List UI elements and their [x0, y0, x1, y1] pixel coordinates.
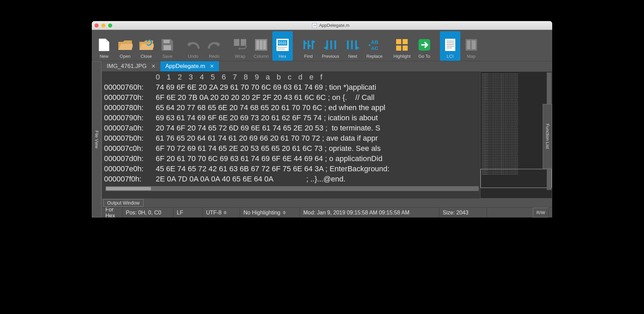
find-icon [301, 37, 316, 52]
hex-row[interactable]: 000007d0h:6F 20 61 70 70 6C 69 63 61 74 … [104, 154, 480, 164]
toolbar-label: Column [254, 54, 269, 59]
toolbar-close-button[interactable]: Close [136, 31, 156, 61]
svg-point-14 [309, 45, 311, 47]
toolbar-label: Close [140, 54, 152, 59]
toolbar-label: Open [120, 54, 131, 59]
toolbar-next-button[interactable]: Next [342, 31, 363, 61]
status-bar: For Hex Pos: 0H, 0, C0 LF UTF-8 No Highl… [102, 207, 552, 217]
status-position[interactable]: Pos: 0H, 0, C0 [122, 208, 173, 217]
svg-rect-7 [263, 40, 266, 49]
window-controls [95, 23, 112, 28]
lci-icon [443, 37, 458, 52]
svg-rect-1 [164, 45, 171, 50]
svg-text:0101: 0101 [278, 41, 287, 45]
close-tab-icon[interactable]: ✕ [151, 63, 156, 69]
svg-rect-28 [446, 48, 452, 48]
output-window-button[interactable]: Output Window [103, 199, 143, 207]
hex-row[interactable]: 000007a0h:20 74 6F 20 74 65 72 6D 69 6E … [104, 123, 480, 133]
toolbar-open-button[interactable]: Open [115, 31, 135, 61]
column-icon [254, 37, 269, 52]
svg-rect-26 [446, 44, 454, 45]
tab-0[interactable]: IMG_4761.JPG✕ [102, 61, 160, 71]
svg-rect-24 [446, 41, 454, 41]
toolbar-label: New [100, 54, 108, 59]
status-highlighting-select[interactable]: No Highlighting [240, 208, 300, 217]
toolbar-map-button[interactable]: Map [461, 31, 481, 61]
toolbar-lci-button[interactable]: LCI [440, 31, 460, 61]
svg-rect-2 [234, 39, 239, 46]
tab-1[interactable]: AppDelegate.m✕ [160, 61, 219, 71]
toolbar-save-button[interactable]: Save [157, 31, 177, 61]
svg-rect-19 [403, 39, 408, 44]
hex-icon: 0101 [275, 37, 290, 52]
toolbar-replace-button[interactable]: ABACReplace [363, 31, 385, 61]
app-window: m AppDelegate.m NewOpenCloseSaveUndoRedo… [92, 21, 552, 217]
toolbar-label: Replace [366, 54, 383, 59]
file-view-panel-tab[interactable]: File View [92, 61, 101, 217]
hex-row[interactable]: 000007e0h:45 6E 74 65 72 42 61 63 6B 67 … [104, 164, 480, 174]
status-line-ending[interactable]: LF [173, 208, 203, 217]
svg-rect-20 [396, 46, 401, 51]
window-title: AppDelegate.m [319, 23, 350, 28]
toolbar-highlight-button[interactable]: Highlight [391, 31, 413, 61]
toolbar-new-button[interactable]: New [94, 31, 114, 61]
hex-row[interactable]: 000007b0h:61 76 65 20 64 61 74 61 20 69 … [104, 133, 480, 143]
new-icon [97, 37, 112, 52]
svg-rect-31 [472, 40, 476, 49]
toolbar-label: Next [348, 54, 357, 59]
next-icon [345, 37, 360, 52]
highlight-icon [394, 37, 409, 52]
horizontal-scrollbar[interactable] [105, 186, 479, 191]
toolbar-previous-button[interactable]: Previous [319, 31, 342, 61]
minimap[interactable]: 00000000h: 61 74 65 2E 20 74 68 65 20 61… [480, 71, 552, 198]
scrollbar-thumb[interactable] [106, 187, 151, 190]
toolbar-find-button[interactable]: Find [298, 31, 319, 61]
toolbar-label: Redo [209, 54, 219, 59]
toolbar-label: Undo [188, 54, 198, 59]
svg-rect-25 [446, 42, 454, 43]
svg-point-13 [305, 42, 307, 44]
open-icon [118, 37, 133, 52]
hex-row[interactable]: 000007c0h:6F 70 72 69 61 74 65 2E 20 53 … [104, 143, 480, 154]
close-icon [139, 37, 154, 52]
hex-row[interactable]: 00000780h:65 64 20 77 68 65 6E 20 74 68 … [104, 103, 480, 113]
toolbar-column-button[interactable]: Column [251, 31, 272, 61]
toolbar-goto-button[interactable]: Go To [414, 31, 435, 61]
close-tab-icon[interactable]: ✕ [210, 63, 214, 69]
file-type-icon: m [312, 23, 317, 28]
hex-row[interactable]: 000007f0h:2E 0A 7D 0A 0A 0A 40 65 6E 64 … [104, 174, 480, 184]
svg-rect-12 [278, 49, 285, 50]
toolbar-label: Previous [322, 54, 339, 59]
toolbar-hex-button[interactable]: 0101Hex [272, 31, 293, 61]
hex-row[interactable]: 00000770h:6F 6E 20 7B 0A 20 20 20 20 2F … [104, 92, 480, 103]
function-list-panel-tab[interactable]: Function List [543, 104, 552, 169]
toolbar-undo-button[interactable]: Undo [183, 31, 203, 61]
close-window-button[interactable] [95, 23, 99, 28]
minimize-window-button[interactable] [101, 23, 105, 28]
hex-row[interactable]: 00000760h:74 69 6F 6E 20 2A 29 61 70 70 … [104, 82, 480, 92]
tab-label: IMG_4761.JPG [107, 63, 147, 70]
chevron-updown-icon [283, 210, 287, 215]
svg-rect-5 [256, 40, 259, 49]
toolbar-label: Highlight [393, 54, 411, 59]
tab-bar: IMG_4761.JPG✕AppDelegate.m✕ [102, 61, 552, 71]
toolbar-label: Wrap [235, 54, 245, 59]
chevron-updown-icon [223, 210, 228, 215]
status-mode[interactable]: For Hex [102, 208, 122, 217]
minimap-viewport[interactable] [480, 169, 552, 188]
output-window-bar: Output Window [102, 198, 552, 207]
svg-rect-11 [278, 47, 287, 48]
titlebar[interactable]: m AppDelegate.m [92, 21, 552, 30]
hex-row[interactable]: 00000790h:69 63 61 74 69 6F 6E 20 69 73 … [104, 113, 480, 123]
toolbar-redo-button[interactable]: Redo [204, 31, 224, 61]
hex-editor[interactable]: 0 1 2 3 4 5 6 7 8 9 a b c d e f 00000760… [102, 71, 480, 198]
status-size: Size: 2043 [439, 208, 487, 217]
status-encoding-select[interactable]: UTF-8 [203, 208, 240, 217]
previous-icon [323, 37, 338, 52]
save-icon [160, 37, 175, 52]
goto-icon [417, 37, 432, 52]
zoom-window-button[interactable] [108, 23, 112, 28]
toolbar-wrap-button[interactable]: Wrap [230, 31, 250, 61]
read-write-toggle[interactable]: R/W [533, 208, 549, 217]
toolbar-label: LCI [447, 54, 454, 59]
